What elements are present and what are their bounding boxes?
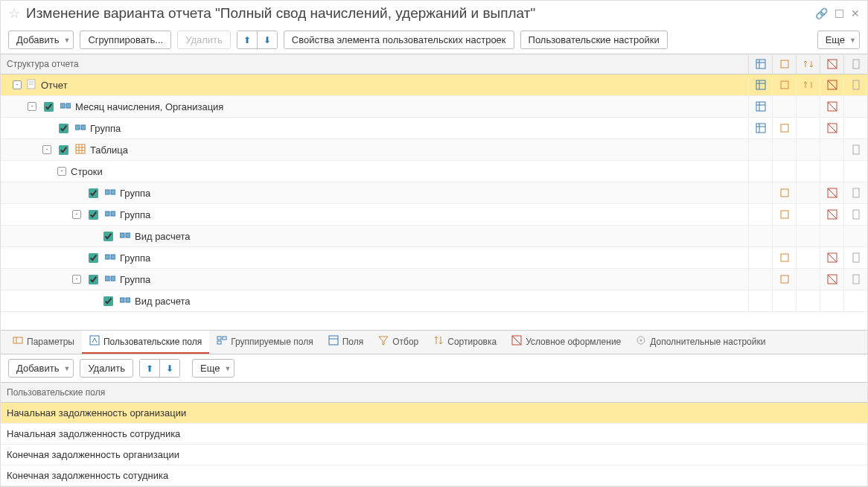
add-button[interactable]: Добавить▼	[8, 31, 74, 49]
favorite-icon[interactable]: ☆	[8, 5, 20, 22]
tree-row[interactable]: -Месяц начисления, Организация	[1, 96, 867, 118]
maximize-icon[interactable]	[835, 10, 843, 18]
row-flag-icon[interactable]	[843, 96, 867, 117]
row-flag-icon[interactable]	[772, 182, 796, 203]
row-flag-icon[interactable]	[772, 139, 796, 160]
row-flag-icon[interactable]	[748, 204, 772, 225]
row-flag-icon[interactable]	[820, 161, 843, 182]
row-flag-icon[interactable]	[843, 290, 867, 311]
user-settings-button[interactable]: Пользовательские настройки	[520, 31, 668, 49]
row-flag-icon[interactable]	[843, 161, 867, 182]
tab-sort[interactable]: Сортировка	[426, 331, 504, 354]
row-flag-icon[interactable]	[843, 226, 867, 246]
move-up-button[interactable]: ⬆	[237, 31, 257, 48]
row-flag-icon[interactable]	[796, 290, 820, 311]
row-flag-icon[interactable]	[820, 96, 843, 117]
row-flag-icon[interactable]	[820, 139, 843, 160]
row-flag-icon[interactable]	[796, 226, 820, 246]
row-flag-icon[interactable]	[772, 204, 796, 225]
row-flag-icon[interactable]	[843, 247, 867, 268]
row-flag-icon[interactable]	[796, 247, 820, 268]
row-flag-icon[interactable]	[843, 74, 867, 95]
tree-row[interactable]: -Таблица	[1, 139, 867, 161]
row-flag-icon[interactable]	[820, 290, 843, 311]
row-flag-icon[interactable]	[748, 226, 772, 246]
row-checkbox[interactable]	[89, 188, 98, 198]
tree-row[interactable]: Группа	[1, 118, 867, 139]
list-item[interactable]: Начальная задолженность сотрудника	[1, 424, 867, 445]
row-checkbox[interactable]	[103, 232, 113, 241]
row-flag-icon[interactable]	[796, 118, 820, 139]
list-item[interactable]: Конечная задолженность организации	[1, 445, 867, 465]
col-fields-icon[interactable]	[748, 54, 772, 74]
col-output-icon[interactable]	[843, 54, 867, 74]
list-item[interactable]: Начальная задолженность организации	[1, 403, 867, 424]
row-flag-icon[interactable]	[820, 247, 843, 268]
expander-icon[interactable]: -	[13, 80, 22, 89]
more-button[interactable]: Еще▼	[817, 31, 860, 49]
bottom-move-up-button[interactable]: ⬆	[140, 360, 159, 377]
tab-ufields[interactable]: Пользовательские поля	[82, 331, 209, 354]
tree-body[interactable]: -Отчет-Месяц начисления, ОрганизацияГруп…	[1, 74, 867, 330]
row-flag-icon[interactable]	[772, 118, 796, 139]
tab-fields[interactable]: Поля	[321, 331, 371, 354]
row-flag-icon[interactable]	[843, 118, 867, 139]
expander-icon[interactable]: -	[42, 145, 51, 154]
row-flag-icon[interactable]	[772, 161, 796, 182]
bottom-delete-button[interactable]: Удалить	[80, 359, 133, 378]
tree-row[interactable]: Вид расчета	[1, 226, 867, 247]
row-flag-icon[interactable]	[748, 96, 772, 117]
row-checkbox[interactable]	[103, 296, 113, 306]
row-flag-icon[interactable]	[820, 182, 843, 203]
row-flag-icon[interactable]	[748, 247, 772, 268]
bottom-add-button[interactable]: Добавить▼	[8, 359, 74, 378]
row-flag-icon[interactable]	[748, 182, 772, 203]
row-checkbox[interactable]	[59, 145, 68, 155]
row-flag-icon[interactable]	[772, 74, 796, 95]
row-flag-icon[interactable]	[796, 139, 820, 160]
row-flag-icon[interactable]	[796, 204, 820, 225]
row-flag-icon[interactable]	[748, 290, 772, 311]
row-flag-icon[interactable]	[772, 290, 796, 311]
row-flag-icon[interactable]	[843, 269, 867, 290]
row-flag-icon[interactable]	[748, 161, 772, 182]
tree-row[interactable]: -Группа	[1, 269, 867, 290]
row-checkbox[interactable]	[89, 210, 98, 220]
row-flag-icon[interactable]	[772, 269, 796, 290]
col-sort-icon[interactable]	[796, 54, 820, 74]
row-flag-icon[interactable]	[772, 247, 796, 268]
row-flag-icon[interactable]	[772, 96, 796, 117]
row-flag-icon[interactable]	[843, 204, 867, 225]
expander-icon[interactable]: -	[57, 167, 66, 176]
tab-filter[interactable]: Отбор	[371, 331, 426, 354]
row-flag-icon[interactable]	[796, 161, 820, 182]
list-body[interactable]: Начальная задолженность организацииНачал…	[1, 403, 867, 486]
expander-icon[interactable]: -	[72, 210, 81, 219]
row-checkbox[interactable]	[59, 124, 68, 133]
row-flag-icon[interactable]	[748, 118, 772, 139]
row-flag-icon[interactable]	[796, 269, 820, 290]
row-flag-icon[interactable]	[772, 226, 796, 246]
row-flag-icon[interactable]	[748, 269, 772, 290]
move-down-button[interactable]: ⬇	[257, 31, 277, 48]
row-checkbox[interactable]	[89, 253, 98, 263]
bottom-more-button[interactable]: Еще▼	[192, 359, 234, 378]
row-flag-icon[interactable]	[843, 139, 867, 160]
row-flag-icon[interactable]	[820, 226, 843, 246]
list-item[interactable]: Конечная задолженность сотудника	[1, 465, 867, 486]
tab-cond[interactable]: Условное оформление	[504, 331, 628, 354]
row-flag-icon[interactable]	[820, 269, 843, 290]
tree-row[interactable]: Вид расчета	[1, 290, 867, 312]
link-icon[interactable]: 🔗	[815, 7, 828, 19]
row-flag-icon[interactable]	[820, 118, 843, 139]
row-flag-icon[interactable]	[796, 182, 820, 203]
tree-row[interactable]: -Отчет	[1, 74, 867, 96]
row-flag-icon[interactable]	[820, 74, 843, 95]
row-flag-icon[interactable]	[820, 204, 843, 225]
col-cond-icon[interactable]	[820, 54, 843, 74]
row-checkbox[interactable]	[89, 275, 98, 284]
tree-row[interactable]: Группа	[1, 182, 867, 204]
element-props-button[interactable]: Свойства элемента пользовательских настр…	[284, 31, 514, 49]
row-checkbox[interactable]	[44, 102, 54, 112]
row-flag-icon[interactable]	[748, 74, 772, 95]
